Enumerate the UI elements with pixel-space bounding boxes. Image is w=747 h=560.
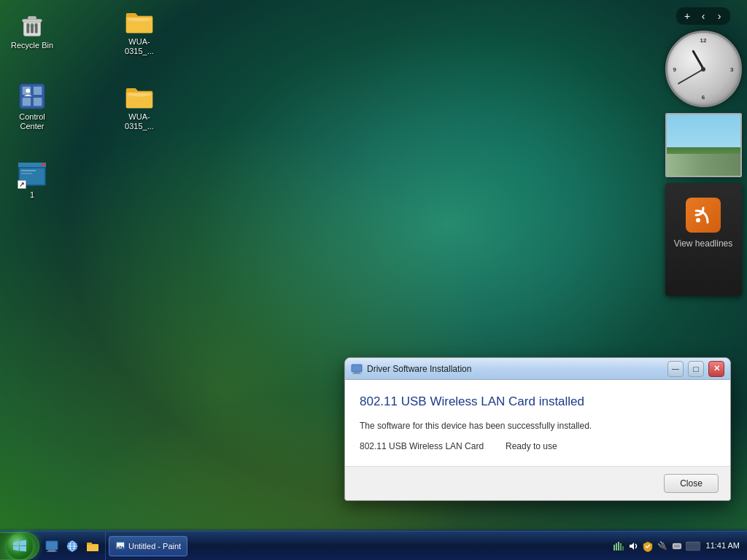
photo-widget <box>665 113 742 177</box>
dialog-content: 802.11 USB Wireless LAN Card installed T… <box>345 380 730 466</box>
wua-folder-2-label: WUA-0315_... <box>116 112 163 131</box>
svg-rect-15 <box>42 163 45 166</box>
svg-rect-3 <box>35 23 38 33</box>
wua-folder-1-label: WUA-0315_... <box>116 37 163 56</box>
dialog-title: Driver Software Installation <box>367 364 663 374</box>
dialog-icon <box>351 363 363 375</box>
svg-rect-24 <box>47 551 57 552</box>
dialog-device-row: 802.11 USB Wireless LAN Card Ready to us… <box>360 438 716 454</box>
paint-task-label: Untitled - Paint <box>128 542 181 551</box>
start-orb <box>7 533 33 559</box>
system-tray: 🔌 11:41 AM <box>608 532 747 560</box>
dialog-heading: 802.11 USB Wireless LAN Card installed <box>360 394 716 409</box>
svg-rect-4 <box>23 19 42 22</box>
desktop-icon-wua-folder-2[interactable]: WUA-0315_... <box>113 79 166 134</box>
dialog-device-name: 802.11 USB Wireless LAN Card <box>360 441 506 451</box>
widget-toolbar: + ‹ › <box>676 7 730 25</box>
svg-point-34 <box>122 546 124 548</box>
svg-point-33 <box>120 545 122 548</box>
svg-point-32 <box>117 546 120 548</box>
recycle-bin-label: Recycle Bin <box>9 41 55 50</box>
clock-center <box>701 67 705 71</box>
security-tray-icon[interactable] <box>642 540 654 552</box>
dialog-titlebar: Driver Software Installation — □ ✕ <box>345 358 730 380</box>
svg-rect-39 <box>622 546 624 551</box>
desktop-icon-control-center[interactable]: Control Center <box>6 79 58 134</box>
usb-tray-icon[interactable]: 🔌 <box>657 540 668 552</box>
driver-dialog: Driver Software Installation — □ ✕ 802.1… <box>344 357 731 501</box>
dialog-footer: Close <box>345 466 730 500</box>
dialog-minimize-button[interactable]: — <box>667 361 684 377</box>
start-button[interactable] <box>0 532 39 560</box>
desktop-icon-wua-folder-1[interactable]: WUA-0315_... <box>113 4 166 59</box>
svg-rect-1 <box>26 23 29 33</box>
svg-rect-20 <box>354 372 360 373</box>
speaker-tray-icon[interactable] <box>671 540 683 552</box>
svg-rect-37 <box>618 542 619 551</box>
quick-launch <box>39 532 106 560</box>
svg-rect-17 <box>21 173 32 174</box>
clock-face: 12 3 6 9 <box>667 33 740 105</box>
dialog-body-text: The software for this device has been su… <box>360 419 716 432</box>
control-center-label: Control Center <box>9 112 55 131</box>
volume-tray-icon[interactable] <box>627 540 639 552</box>
task-area: Untitled - Paint <box>106 532 608 560</box>
shortcut-1-label: 1 <box>9 190 55 200</box>
folder-button[interactable] <box>83 537 102 556</box>
svg-rect-42 <box>686 542 700 551</box>
svg-rect-8 <box>34 87 42 95</box>
svg-rect-21 <box>352 373 361 374</box>
taskbar: Untitled - Paint <box>0 531 747 560</box>
balloon-tray-area[interactable] <box>686 540 700 552</box>
svg-rect-23 <box>48 550 55 551</box>
widget-prev-button[interactable]: ‹ <box>697 9 710 23</box>
svg-rect-22 <box>46 541 58 550</box>
svg-rect-5 <box>28 17 36 20</box>
svg-rect-36 <box>616 543 617 551</box>
dialog-maximize-button[interactable]: □ <box>688 361 704 377</box>
paint-task-button[interactable]: Untitled - Paint <box>109 536 187 556</box>
dialog-close-button[interactable]: ✕ <box>708 361 724 377</box>
rss-widget[interactable]: View headlines <box>665 183 742 296</box>
clock-tray[interactable]: 11:41 AM <box>703 540 743 551</box>
widget-next-button[interactable]: › <box>713 9 726 23</box>
desktop-icon-shortcut-1[interactable]: ↗ 1 <box>6 157 58 203</box>
rss-label: View headlines <box>668 238 739 249</box>
dialog-device-status: Ready to use <box>506 441 557 451</box>
clock-widget: 12 3 6 9 <box>665 31 742 107</box>
desktop-icon-recycle-bin[interactable]: Recycle Bin <box>6 7 58 53</box>
svg-rect-19 <box>352 365 362 372</box>
svg-rect-38 <box>620 543 622 551</box>
internet-explorer-button[interactable] <box>63 537 82 556</box>
dialog-close-action-button[interactable]: Close <box>664 474 719 493</box>
svg-point-18 <box>696 218 700 222</box>
desktop: Recycle Bin WUA-0315_... <box>0 0 747 560</box>
svg-rect-41 <box>674 545 680 548</box>
svg-rect-16 <box>21 170 36 171</box>
svg-rect-35 <box>614 545 615 551</box>
svg-rect-2 <box>31 23 34 33</box>
widget-add-button[interactable]: + <box>681 9 694 23</box>
svg-rect-9 <box>23 98 31 106</box>
show-desktop-button[interactable] <box>42 537 61 556</box>
network-tray-icon[interactable] <box>613 540 624 552</box>
svg-point-11 <box>26 89 30 93</box>
rss-icon <box>686 198 721 233</box>
svg-rect-10 <box>34 98 42 106</box>
